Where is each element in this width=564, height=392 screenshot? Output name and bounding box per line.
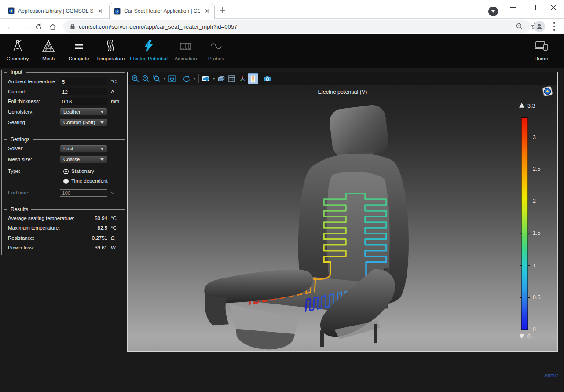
ribbon-electric-potential-button[interactable]: Electric Potential [128, 38, 170, 61]
colorbar: 3.3 3 2.5 2 1.5 1 0.5 0 0 [519, 103, 540, 340]
solver-dropdown[interactable]: Fast [60, 145, 107, 153]
radio-stationary[interactable] [63, 169, 69, 174]
close-tab-icon[interactable] [97, 7, 104, 15]
comsol-favicon [8, 7, 15, 14]
ribbon-temperature-button[interactable]: Temperature [89, 38, 132, 61]
forward-arrow-icon[interactable]: → [19, 22, 30, 32]
zoom-in-icon[interactable] [130, 73, 141, 84]
close-button[interactable] [545, 0, 562, 15]
field-unit: s [111, 190, 114, 195]
field-label: Mesh size: [8, 157, 32, 162]
graphics-panel: Electric potential (V) [127, 72, 558, 352]
chevron-down-icon[interactable] [192, 73, 197, 84]
reload-icon[interactable] [33, 22, 44, 32]
chevron-down-icon[interactable] [211, 73, 216, 84]
scene-light-icon[interactable] [201, 73, 211, 84]
comsol-logo-icon [542, 86, 553, 97]
axes-icon[interactable] [237, 73, 248, 84]
svg-text:1.5: 1.5 [533, 230, 540, 236]
current-input[interactable] [60, 88, 107, 95]
field-label: Ambient temperature: [8, 79, 57, 84]
grid-icon[interactable] [227, 73, 237, 84]
ribbon-home-button[interactable]: Home [520, 38, 562, 61]
screenshot-camera-icon[interactable] [262, 73, 273, 84]
tab-title: Car Seat Heater Application | CO [124, 8, 200, 14]
section-header-results: Results [4, 206, 125, 213]
field-unit: mm [111, 99, 119, 104]
mesh-size-dropdown[interactable]: Coarse [60, 155, 107, 163]
result-label: Power loss: [8, 245, 34, 250]
result-value: 0.2751 [60, 235, 107, 241]
devices-home-icon [520, 38, 562, 55]
color-legend-icon[interactable] [248, 73, 258, 84]
field-label: Solver: [8, 146, 24, 151]
max-marker-value: 3.3 [527, 103, 535, 109]
section-header-settings: Settings [4, 136, 125, 143]
tab-title: Application Library | COMSOL Se [18, 8, 93, 14]
svg-text:3: 3 [533, 134, 536, 140]
result-value: 82.5 [60, 225, 107, 231]
result-unit: Ω [111, 235, 115, 241]
result-value: 50.94 [60, 216, 107, 221]
minimize-button[interactable] [504, 0, 522, 15]
field-label: Foil thickness: [8, 99, 40, 104]
max-marker-icon [519, 103, 524, 108]
tab-car-seat-heater[interactable]: Car Seat Heater Application | CO [109, 3, 215, 19]
section-header-input: Input [4, 69, 125, 76]
address-bar[interactable]: comsol.com/server-demo/app/car_seat_heat… [63, 20, 531, 33]
min-marker-icon [519, 334, 524, 339]
profile-avatar[interactable] [534, 21, 545, 32]
transparency-icon[interactable] [216, 73, 227, 84]
field-label: Type: [8, 169, 20, 174]
plot-title: Electric potential (V) [128, 89, 557, 95]
tab-strip: Application Library | COMSOL Se Car Seat… [0, 0, 564, 18]
field-label: Seating: [8, 120, 26, 125]
field-label: End time: [8, 190, 29, 195]
zoom-box-icon[interactable] [151, 73, 162, 84]
heat-waves-icon [89, 38, 132, 55]
maximize-button[interactable] [524, 0, 542, 15]
result-unit: W [111, 245, 116, 250]
about-link[interactable]: About [544, 373, 558, 379]
graphics-toolbar [128, 72, 557, 85]
tab-application-library[interactable]: Application Library | COMSOL Se [4, 3, 107, 19]
radio-label: Stationary [71, 169, 94, 174]
sine-wave-icon [195, 38, 237, 55]
app-ribbon: Geometry Mesh Compute Temperature Electr… [0, 34, 564, 68]
seat-base [204, 269, 395, 350]
close-tab-icon[interactable] [204, 7, 211, 15]
new-tab-icon[interactable] [218, 6, 227, 15]
svg-text:2: 2 [533, 198, 536, 204]
result-value: 39.61 [60, 245, 107, 250]
result-label: Maximum temperature: [8, 225, 60, 231]
ribbon-probes-button: Probes [195, 38, 237, 61]
reset-view-icon[interactable] [181, 73, 192, 84]
menu-dots-icon[interactable]: ••• [552, 21, 557, 32]
zoom-extents-icon[interactable] [167, 73, 177, 84]
min-marker-value: 0 [527, 333, 531, 340]
seating-dropdown[interactable]: Comfort (Soft) [60, 118, 107, 126]
end-time-input [60, 189, 107, 197]
home-icon[interactable] [48, 22, 58, 32]
radio-time-dependent[interactable] [63, 179, 69, 184]
seat-plot: 3.3 3 2.5 2 1.5 1 0.5 0 0 [128, 85, 557, 351]
svg-text:0: 0 [533, 326, 536, 333]
result-label: Resistance: [8, 235, 34, 241]
profile-badge-icon[interactable] [488, 7, 498, 16]
zoom-out-icon[interactable] [141, 73, 151, 84]
comsol-favicon [114, 8, 121, 15]
svg-text:2.5: 2.5 [533, 166, 540, 172]
plot-canvas[interactable]: Electric potential (V) [128, 85, 557, 351]
url-text: comsol.com/server-demo/app/car_seat_heat… [79, 23, 238, 30]
page-zoom-icon[interactable] [516, 22, 524, 30]
foil-thickness-input[interactable] [60, 98, 107, 105]
lock-icon [70, 23, 75, 29]
chevron-down-icon[interactable] [162, 73, 167, 84]
field-unit: A [111, 89, 114, 94]
svg-text:0.5: 0.5 [533, 294, 540, 300]
radio-label: Time dependent [71, 178, 108, 183]
upholstery-dropdown[interactable]: Leather [60, 108, 107, 116]
back-arrow-icon[interactable]: ← [5, 22, 16, 32]
field-label: Current: [8, 89, 26, 94]
ambient-temperature-input[interactable] [60, 78, 107, 85]
